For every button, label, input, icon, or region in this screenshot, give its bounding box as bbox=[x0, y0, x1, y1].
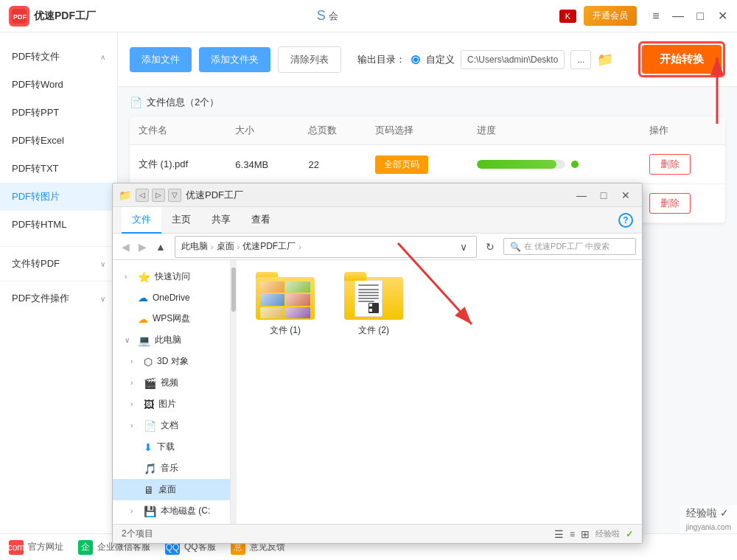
fe-tab-share[interactable]: 共享 bbox=[201, 207, 241, 234]
fe-path-bar[interactable]: 此电脑 › 桌面 › 优速PDF工厂 › ∨ bbox=[175, 236, 477, 258]
fe-ribbon: 文件 主页 共享 查看 ? bbox=[113, 207, 642, 234]
sidebar-section-header-pdf-to-file[interactable]: PDF转文件 ∧ bbox=[0, 43, 117, 71]
file-info-bar: 📄 文件信息（2个） bbox=[130, 96, 725, 109]
sidebar: PDF转文件 ∧ PDF转Word PDF转PPT PDF转Excel PDF转… bbox=[0, 32, 118, 560]
fe-nav-forward[interactable]: ▷ bbox=[152, 189, 165, 202]
sidebar-item-pdf-to-html[interactable]: PDF转HTML bbox=[0, 211, 117, 239]
sidebar-arrow-3: ∨ bbox=[100, 295, 105, 303]
sidebar-item-pdf-to-image[interactable]: PDF转图片 bbox=[0, 183, 117, 211]
fe-sidebar-wps[interactable]: ☁ WPS网盘 bbox=[113, 308, 230, 329]
fe-body: › ⭐ 快速访问 ☁ OneDrive ☁ WPS网盘 bbox=[113, 260, 642, 524]
open-vip-button[interactable]: 开通会员 bbox=[584, 6, 637, 26]
fe-back-arrow[interactable]: ◀ bbox=[119, 239, 133, 254]
fe-refresh-button[interactable]: ↻ bbox=[483, 239, 497, 254]
output-radio[interactable] bbox=[411, 55, 420, 64]
add-file-button[interactable]: 添加文件 bbox=[130, 47, 192, 72]
fe-close-button[interactable]: ✕ bbox=[615, 188, 636, 203]
sidebar-item-label: PDF转Excel bbox=[12, 134, 64, 147]
table-row: 文件 (1).pdf 6.34MB 22 全部页码 bbox=[130, 145, 725, 184]
fe-nav-down[interactable]: ▽ bbox=[168, 189, 181, 202]
fe-sidebar-pictures[interactable]: › 🖼 图片 bbox=[113, 393, 230, 415]
fe-view-grid-button[interactable]: ⊞ bbox=[581, 528, 590, 540]
website-label: 官方网址 bbox=[28, 541, 63, 553]
watermark-site: jingyania.com bbox=[686, 523, 731, 531]
fe-forward-arrow[interactable]: ▶ bbox=[136, 239, 150, 254]
sidebar-section-pdf-operations[interactable]: PDF文件操作 ∨ bbox=[0, 284, 117, 312]
fe-search-icon: 🔍 bbox=[510, 242, 521, 252]
fe-sidebar-scroll-thumb[interactable] bbox=[231, 267, 236, 312]
website-icon: com bbox=[9, 540, 24, 555]
fe-folder-item-2[interactable]: 文件 (2) bbox=[337, 272, 411, 337]
progress-dot bbox=[571, 161, 579, 168]
start-convert-button[interactable]: 开始转换 bbox=[642, 45, 722, 74]
fe-sidebar-documents[interactable]: › 📄 文档 bbox=[113, 415, 230, 436]
page-select-button[interactable]: 全部页码 bbox=[375, 155, 428, 174]
delete-button-2[interactable]: 删除 bbox=[649, 193, 691, 214]
col-total-pages: 总页数 bbox=[299, 116, 366, 145]
sidebar-section-label: PDF文件操作 bbox=[12, 292, 69, 305]
app-logo: PDF 优速PDF工厂 bbox=[9, 6, 96, 27]
fe-sidebar-onedrive[interactable]: ☁ OneDrive bbox=[113, 287, 230, 308]
cell-pages: 22 bbox=[299, 145, 366, 184]
fe-sidebar-quick-access[interactable]: › ⭐ 快速访问 bbox=[113, 266, 230, 287]
add-folder-button[interactable]: 添加文件夹 bbox=[199, 47, 270, 72]
fe-content-area: 文件 (1) bbox=[237, 260, 642, 524]
fe-sidebar-downloads[interactable]: ⬇ 下载 bbox=[113, 436, 230, 458]
clear-list-button[interactable]: 清除列表 bbox=[278, 46, 341, 73]
sidebar-item-pdf-to-word[interactable]: PDF转Word bbox=[0, 71, 117, 99]
fe-sidebar-music[interactable]: 🎵 音乐 bbox=[113, 458, 230, 479]
sidebar-item-pdf-to-excel[interactable]: PDF转Excel bbox=[0, 127, 117, 155]
menu-button[interactable]: ≡ bbox=[650, 10, 662, 22]
fe-view-list-button[interactable]: ☰ bbox=[554, 528, 564, 540]
fe-sidebar-scrollbar[interactable] bbox=[231, 260, 237, 524]
fe-search-bar[interactable]: 🔍 在 优速PDF工厂 中搜索 bbox=[503, 238, 636, 255]
close-button[interactable]: ✕ bbox=[716, 10, 728, 22]
fe-minimize-button[interactable]: — bbox=[571, 188, 592, 203]
fe-status-right: ☰ ≡ ⊞ 经验啦 ✓ bbox=[554, 528, 633, 540]
col-size: 大小 bbox=[226, 116, 299, 145]
fe-nav-back[interactable]: ◁ bbox=[136, 189, 149, 202]
vip-badge: K bbox=[559, 10, 576, 23]
dots-button[interactable]: ... bbox=[570, 50, 591, 69]
fe-path-dropdown[interactable]: ∨ bbox=[457, 239, 470, 254]
fe-sidebar-local-disk-c[interactable]: › 💾 本地磁盘 (C: bbox=[113, 500, 230, 522]
fe-sidebar-3d-objects[interactable]: › ⬡ 3D 对象 bbox=[113, 351, 230, 372]
title-bar-center: S 会 bbox=[96, 8, 559, 24]
sidebar-item-pdf-to-ppt[interactable]: PDF转PPT bbox=[0, 99, 117, 127]
fe-tab-view[interactable]: 查看 bbox=[241, 207, 281, 234]
table-header-row: 文件名 大小 总页数 页码选择 进度 操作 bbox=[130, 116, 725, 145]
sidebar-section-file-to-pdf[interactable]: 文件转PDF ∨ bbox=[0, 250, 117, 278]
fe-view-separator: ≡ bbox=[570, 529, 575, 539]
jy-check: ✓ bbox=[626, 529, 633, 539]
progress-bar bbox=[477, 160, 565, 169]
bottom-item-website[interactable]: com 官方网址 bbox=[9, 540, 63, 555]
fe-folder-label-1: 文件 (1) bbox=[270, 324, 301, 337]
fe-window-controls: — □ ✕ bbox=[571, 188, 636, 203]
fe-sidebar-video[interactable]: › 🎬 视频 bbox=[113, 372, 230, 393]
sidebar-section-pdf-to-file: PDF转文件 ∧ PDF转Word PDF转PPT PDF转Excel PDF转… bbox=[0, 38, 117, 243]
title-bar: PDF 优速PDF工厂 S 会 K 开通会员 ≡ — □ ✕ bbox=[0, 0, 737, 32]
fe-path-sep-3: › bbox=[298, 242, 301, 251]
output-label: 输出目录： bbox=[357, 53, 405, 66]
fe-folder-item-1[interactable]: 文件 (1) bbox=[248, 272, 322, 337]
minimize-button[interactable]: — bbox=[672, 10, 684, 22]
fe-tab-home[interactable]: 主页 bbox=[161, 207, 201, 234]
fe-maximize-button[interactable]: □ bbox=[593, 188, 614, 203]
maximize-button[interactable]: □ bbox=[694, 10, 706, 22]
output-type: 自定义 bbox=[426, 53, 455, 66]
sidebar-item-pdf-to-txt[interactable]: PDF转TXT bbox=[0, 155, 117, 183]
title-bar-right: K 开通会员 ≡ — □ ✕ bbox=[559, 6, 728, 26]
folder-browse-button[interactable]: 📁 bbox=[597, 52, 613, 68]
fe-sidebar-container: › ⭐ 快速访问 ☁ OneDrive ☁ WPS网盘 bbox=[113, 260, 237, 524]
fe-help-button[interactable]: ? bbox=[618, 213, 633, 228]
sync-icon: S bbox=[317, 8, 326, 24]
window-controls: ≡ — □ ✕ bbox=[650, 10, 728, 22]
fe-sidebar-desktop[interactable]: 🖥 桌面 bbox=[113, 479, 230, 500]
progress-fill bbox=[477, 160, 556, 169]
fe-tab-file[interactable]: 文件 bbox=[122, 207, 161, 234]
delete-button-1[interactable]: 删除 bbox=[649, 154, 691, 175]
fe-up-arrow[interactable]: ▲ bbox=[153, 239, 169, 254]
fe-sidebar-this-pc[interactable]: ∨ 💻 此电脑 bbox=[113, 329, 230, 351]
sidebar-item-label: PDF转TXT bbox=[12, 162, 59, 175]
sidebar-arrow-up: ∧ bbox=[100, 53, 105, 61]
